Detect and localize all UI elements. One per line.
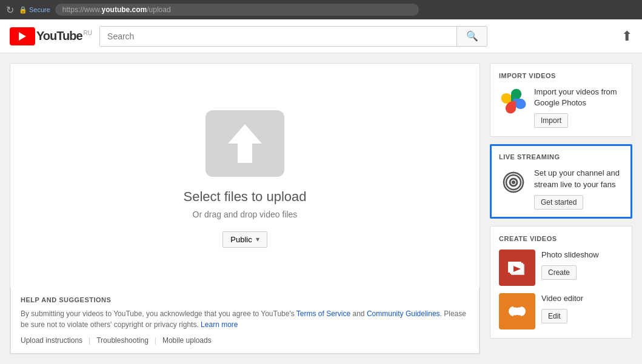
video-editor-text: Video editor Edit xyxy=(541,293,623,323)
youtube-logo-text: YouTube xyxy=(36,29,82,43)
svg-point-2 xyxy=(512,180,515,184)
learn-more-link[interactable]: Learn more xyxy=(201,320,238,329)
terms-link[interactable]: Terms of Service xyxy=(296,309,350,318)
reload-button[interactable]: ↻ xyxy=(6,4,14,16)
svg-marker-0 xyxy=(228,124,262,163)
youtube-logo[interactable]: YouTube RU xyxy=(10,27,92,45)
photo-slideshow-name: Photo slideshow xyxy=(541,250,623,260)
create-section-title: CREATE VIDEOS xyxy=(499,235,623,242)
get-started-button[interactable]: Get started xyxy=(534,195,583,210)
visibility-dropdown[interactable]: Public xyxy=(222,231,267,248)
import-videos-card: IMPORT VIDEOS Import your videos from Go… xyxy=(490,63,632,137)
photo-slideshow-icon xyxy=(499,250,535,286)
live-card-content: Set up your channel and stream live to y… xyxy=(499,168,623,209)
search-bar: 🔍 xyxy=(99,26,487,47)
live-section-title: LIVE STREAMING xyxy=(499,153,623,160)
help-section: HELP AND SUGGESTIONS By submitting your … xyxy=(10,288,480,354)
live-streaming-card: LIVE STREAMING xyxy=(490,144,632,218)
google-photos-icon xyxy=(499,87,528,116)
video-editor-icon xyxy=(499,293,535,329)
create-slideshow-button[interactable]: Create xyxy=(541,265,577,280)
visibility-label: Public xyxy=(230,235,252,244)
upload-section: Select files to upload Or drag and drop … xyxy=(10,63,480,354)
main-layout: Select files to upload Or drag and drop … xyxy=(0,53,642,364)
import-button[interactable]: Import xyxy=(534,113,568,128)
security-indicator: 🔒 Secure xyxy=(19,6,50,14)
url-bar[interactable]: https://www.youtube.com/upload xyxy=(55,4,419,16)
photo-slideshow-text: Photo slideshow Create xyxy=(541,250,623,280)
youtube-country-badge: RU xyxy=(84,30,92,36)
live-card-text: Set up your channel and stream live to y… xyxy=(534,168,623,209)
svg-point-8 xyxy=(516,306,526,316)
help-section-title: HELP AND SUGGESTIONS xyxy=(21,296,469,303)
edit-video-button[interactable]: Edit xyxy=(541,309,567,323)
import-section-title: IMPORT VIDEOS xyxy=(499,72,623,79)
upload-icon-container xyxy=(206,110,284,177)
search-input[interactable] xyxy=(100,27,456,46)
import-card-text: Import your videos from Google Photos Im… xyxy=(534,87,623,128)
upload-title: Select files to upload xyxy=(183,189,306,205)
import-card-desc: Import your videos from Google Photos xyxy=(534,87,623,108)
live-card-desc: Set up your channel and stream live to y… xyxy=(534,168,623,190)
sidebar: IMPORT VIDEOS Import your videos from Go… xyxy=(490,63,632,354)
upload-subtitle: Or drag and drop video files xyxy=(193,210,298,219)
upload-arrow-icon xyxy=(221,119,269,168)
help-links: Upload instructions | Troubleshooting | … xyxy=(21,336,469,345)
browser-chrome: ↻ 🔒 Secure https://www.youtube.com/uploa… xyxy=(0,0,642,19)
upload-drop-zone[interactable]: Select files to upload Or drag and drop … xyxy=(10,64,480,288)
live-streaming-icon xyxy=(499,168,528,197)
upload-header-button[interactable]: ⬆ xyxy=(621,28,632,44)
guidelines-link[interactable]: Community Guidelines xyxy=(367,309,440,318)
youtube-logo-icon xyxy=(10,27,35,45)
mobile-uploads-link[interactable]: Mobile uploads xyxy=(162,336,212,345)
create-videos-card: CREATE VIDEOS Photo slideshow Create xyxy=(490,226,632,339)
video-editor-item: Video editor Edit xyxy=(499,293,623,329)
divider-2: | xyxy=(155,336,156,345)
divider-1: | xyxy=(89,336,90,345)
import-card-content: Import your videos from Google Photos Im… xyxy=(499,87,623,128)
help-description: By submitting your videos to YouTube, yo… xyxy=(21,308,469,330)
video-editor-name: Video editor xyxy=(541,293,623,304)
youtube-header: YouTube RU 🔍 ⬆ xyxy=(0,19,642,53)
photo-slideshow-item: Photo slideshow Create xyxy=(499,250,623,286)
search-button[interactable]: 🔍 xyxy=(456,27,487,46)
upload-instructions-link[interactable]: Upload instructions xyxy=(21,336,82,345)
troubleshooting-link[interactable]: Troubleshooting xyxy=(96,336,149,345)
